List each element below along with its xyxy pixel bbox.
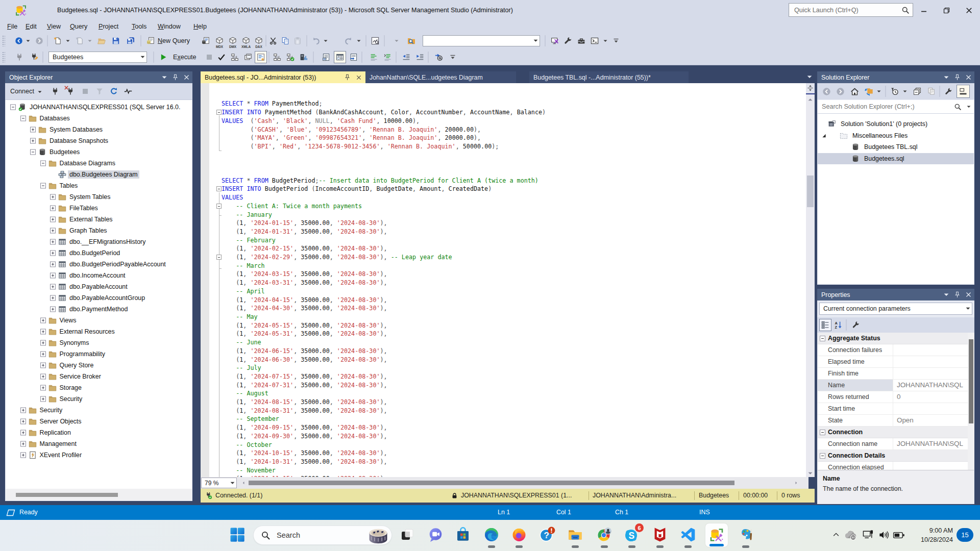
comment-selection-button[interactable] (368, 51, 380, 63)
expand-icon[interactable] (50, 307, 56, 312)
expand-icon[interactable] (50, 295, 56, 301)
menu-edit[interactable]: Edit (26, 20, 47, 33)
onedrive-paused-icon[interactable] (844, 530, 857, 541)
expand-icon[interactable] (50, 273, 56, 279)
zoom-level-combo[interactable]: 79 % (201, 478, 237, 488)
oe-node-programmability[interactable]: Programmability (6, 348, 192, 360)
oe-node-dbo-paymentmethod[interactable]: dbo.PaymentMethod (6, 304, 192, 315)
oe-node-query-store[interactable]: Query Store (6, 360, 192, 371)
query-designer-button[interactable] (369, 35, 381, 47)
oe-node-storage[interactable]: Storage (6, 382, 192, 393)
oe-node-dbo-budgetperiodpayableaccount[interactable]: dbo.BudgetPeriodPayableAccount (6, 259, 192, 270)
notification-count-badge[interactable]: 15 (957, 528, 973, 542)
minimize-button[interactable] (913, 0, 935, 20)
results-to-file-button[interactable] (348, 51, 360, 63)
expand-icon[interactable] (20, 430, 26, 436)
oe-node-server-objects[interactable]: Server Objects (6, 416, 192, 427)
properties-object-combo[interactable]: Current connection parameters (819, 303, 972, 315)
intellisense-enabled-button[interactable] (255, 51, 267, 63)
scroll-thumb[interactable] (807, 176, 814, 207)
expand-icon[interactable] (50, 194, 56, 200)
oe-node-external-tables[interactable]: External Tables (6, 214, 192, 225)
options-button[interactable] (562, 35, 574, 47)
oe-node-johannathan-sqlexpress01-sql-server-16-0[interactable]: JOHANNATHAN\SQLEXPRESS01 (SQL Server 16.… (6, 102, 192, 113)
execute-button[interactable]: Execute (173, 54, 197, 61)
se-node-miscellaneous-files[interactable]: Miscellaneous Files (818, 130, 974, 141)
expand-icon[interactable] (20, 419, 26, 424)
expand-icon[interactable] (40, 363, 46, 368)
oe-node-dbo-payableaccountgroup[interactable]: dbo.PayableAccountGroup (6, 292, 192, 304)
oe-node-database-diagrams[interactable]: Database Diagrams (6, 158, 192, 169)
menu-window[interactable]: Window (158, 20, 193, 33)
document-tab-2[interactable]: JohanNathan\SQLE...udgetees Diagram (365, 71, 516, 83)
navigate-back-button[interactable] (820, 85, 832, 97)
close-button[interactable] (958, 0, 980, 20)
new-query-label[interactable]: New Query (158, 37, 190, 44)
dropdown-arrow[interactable] (87, 35, 93, 47)
navigate-forward-button[interactable] (33, 35, 45, 47)
dropdown-arrow[interactable] (902, 85, 908, 97)
document-tab-1[interactable]: Budgetees.sql - JO...Administrator (53)) (201, 71, 365, 83)
new-file-button[interactable] (52, 35, 64, 47)
pin-icon[interactable] (345, 74, 350, 81)
oe-node-management[interactable]: Management (6, 438, 192, 449)
oe-node-databases[interactable]: Databases (6, 113, 192, 124)
toolbar-options-button[interactable] (610, 35, 622, 47)
oe-node-synonyms[interactable]: Synonyms (6, 337, 192, 348)
include-actual-plan-button[interactable] (271, 51, 283, 63)
collapse-icon[interactable] (40, 183, 46, 189)
oe-node-external-resources[interactable]: External Resources (6, 326, 192, 337)
menu-tools[interactable]: Tools (132, 20, 158, 33)
properties-copy-button[interactable] (925, 85, 938, 97)
oe-node-filetables[interactable]: FileTables (6, 203, 192, 214)
toolbox-button[interactable] (575, 35, 587, 47)
solution-explorer-search[interactable]: Search Solution Explorer (Ctrl+;) (818, 100, 974, 114)
copy-button[interactable] (279, 35, 291, 47)
se-node-budgetees-sql[interactable]: Budgetees.sql (818, 153, 974, 164)
chevron-down-icon[interactable] (967, 106, 971, 108)
oe-node-budgetees[interactable]: Budgetees (6, 146, 192, 158)
scroll-down-button[interactable] (806, 469, 815, 477)
oe-node-service-broker[interactable]: Service Broker (6, 371, 192, 382)
available-databases-combo[interactable]: Budgetees (48, 52, 147, 63)
scroll-thumb[interactable] (16, 493, 118, 497)
connect-button[interactable] (13, 51, 26, 63)
property-row-rows-returned[interactable]: Rows returned0 (818, 391, 974, 403)
expand-icon[interactable] (50, 228, 56, 234)
pin-icon[interactable] (954, 291, 960, 298)
scroll-thumb[interactable] (969, 339, 973, 423)
window-position-icon[interactable] (944, 76, 949, 79)
change-connection-button[interactable] (29, 51, 41, 63)
properties-button[interactable] (942, 85, 954, 97)
results-to-text-button[interactable] (320, 51, 332, 63)
sync-with-active-document-button[interactable] (863, 85, 875, 97)
menu-file[interactable]: File (7, 20, 26, 33)
display-estimated-plan-button[interactable] (229, 51, 241, 63)
property-pages-button[interactable] (852, 321, 860, 329)
disconnect-button[interactable] (64, 85, 77, 97)
oe-node-dbo-payableaccount[interactable]: dbo.PayableAccount (6, 281, 192, 292)
activity-monitor-button[interactable] (549, 35, 561, 47)
editor-hscrollbar[interactable] (239, 477, 808, 489)
cut-button[interactable] (267, 35, 279, 47)
new-database-engine-query-button[interactable] (200, 35, 212, 47)
collapse-icon[interactable] (10, 105, 16, 110)
oe-node-dbo-budgetees-diagram[interactable]: dbo.Budgetees Diagram (6, 169, 192, 180)
close-icon[interactable] (966, 292, 971, 297)
se-node-budgetees-tbl-sql[interactable]: Budgetees TBL.sql (818, 141, 974, 153)
oe-node-dbo-budgetperiod[interactable]: dbo.BudgetPeriod (6, 247, 192, 259)
undo-button[interactable] (310, 35, 323, 47)
results-to-grid-button[interactable] (334, 51, 346, 63)
fold-collapse-icon[interactable] (216, 255, 222, 260)
preview-selected-items-button[interactable] (957, 85, 970, 98)
parse-button[interactable] (215, 51, 228, 63)
expanded-arrow-icon[interactable] (822, 133, 826, 138)
window-position-icon[interactable] (162, 76, 167, 79)
execute-icon[interactable] (157, 51, 169, 63)
redo-button[interactable] (342, 35, 354, 47)
expand-icon[interactable] (40, 396, 46, 402)
mdx-query-button[interactable]: MDX (213, 35, 226, 47)
home-button[interactable] (848, 85, 861, 97)
decrease-indent-button[interactable] (400, 51, 412, 63)
oe-node-dbo-incomeaccount[interactable]: dbo.IncomeAccount (6, 270, 192, 281)
